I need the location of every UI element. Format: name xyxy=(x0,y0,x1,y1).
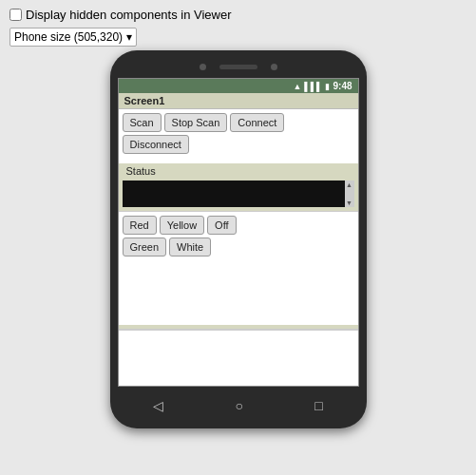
screen-content: Scan Stop Scan Connect Disconnect xyxy=(119,109,358,163)
camera-dot-icon xyxy=(200,64,206,70)
phone-top-bar xyxy=(118,62,359,72)
wifi-icon: ▲ xyxy=(293,82,301,91)
hidden-components-label: Display hidden components in Viewer xyxy=(26,8,232,22)
green-button[interactable]: Green xyxy=(123,238,167,256)
phone-screen: ▲ ▌▌▌ ▮ 9:48 Screen1 Scan Stop Scan Conn… xyxy=(118,78,359,387)
phone-device: ▲ ▌▌▌ ▮ 9:48 Screen1 Scan Stop Scan Conn… xyxy=(110,50,367,428)
screen-title: Screen1 xyxy=(119,93,358,109)
top-button-row: Scan Stop Scan Connect Disconnect xyxy=(123,113,354,154)
scroll-down-icon[interactable]: ▼ xyxy=(346,200,352,206)
phone-size-dropdown[interactable]: Phone size (505,320) ▾ xyxy=(10,28,137,47)
red-button[interactable]: Red xyxy=(123,216,157,235)
yellow-button[interactable]: Yellow xyxy=(160,216,204,235)
speaker-icon xyxy=(219,65,257,69)
status-bar: ▲ ▌▌▌ ▮ 9:48 xyxy=(119,79,358,93)
status-label: Status xyxy=(123,163,354,179)
size-selector: Phone size (505,320) ▾ xyxy=(10,28,466,47)
bottom-white-box xyxy=(119,329,358,386)
camera-dot2-icon xyxy=(271,64,277,70)
phone-nav-bar: ◁ ○ □ xyxy=(118,390,359,417)
connect-button[interactable]: Connect xyxy=(230,113,284,132)
hidden-components-checkbox[interactable] xyxy=(10,9,22,21)
recent-nav-icon[interactable]: □ xyxy=(314,398,322,413)
scrollbar[interactable]: ▲ ▼ xyxy=(345,180,354,207)
time-display: 9:48 xyxy=(333,81,352,91)
color-section: Red Yellow Off Green White xyxy=(119,211,358,325)
battery-icon: ▮ xyxy=(325,82,330,91)
off-button[interactable]: Off xyxy=(207,216,236,235)
status-area: Status ▲ ▼ xyxy=(119,163,358,211)
home-nav-icon[interactable]: ○ xyxy=(236,398,243,413)
scroll-up-icon[interactable]: ▲ xyxy=(346,181,352,188)
stop-scan-button[interactable]: Stop Scan xyxy=(164,113,228,132)
status-box: ▲ ▼ xyxy=(123,180,354,207)
phone-size-label: Phone size (505,320) xyxy=(14,30,123,44)
back-nav-icon[interactable]: ◁ xyxy=(153,398,163,413)
scan-button[interactable]: Scan xyxy=(123,113,162,132)
dropdown-arrow-icon: ▾ xyxy=(126,30,132,44)
checkbox-row: Display hidden components in Viewer xyxy=(10,8,466,22)
disconnect-button[interactable]: Disconnect xyxy=(123,135,189,154)
status-bar-icons: ▲ ▌▌▌ ▮ 9:48 xyxy=(293,81,352,91)
color-row-2: Green White xyxy=(123,238,354,256)
white-button[interactable]: White xyxy=(169,238,211,256)
color-row-1: Red Yellow Off xyxy=(123,216,354,235)
signal-icon: ▌▌▌ xyxy=(304,82,322,91)
top-bar: Display hidden components in Viewer Phon… xyxy=(0,0,476,50)
